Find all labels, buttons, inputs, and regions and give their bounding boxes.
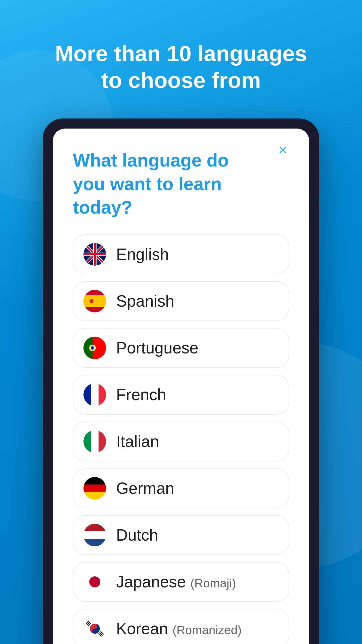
svg-rect-36: [83, 539, 106, 546]
language-name-japanese: Japanese (Romaji): [116, 573, 236, 591]
language-item-spanish[interactable]: Spanish: [73, 281, 289, 321]
flag-german: [83, 477, 106, 500]
headline-line2: to choose from: [101, 68, 261, 93]
language-name-english: English: [116, 245, 169, 264]
svg-rect-12: [83, 295, 106, 307]
svg-rect-9: [83, 253, 106, 255]
language-name-korean: Korean (Romanized): [116, 619, 242, 638]
language-name-french: French: [116, 385, 166, 404]
svg-rect-34: [83, 524, 106, 531]
flag-spanish: [83, 290, 106, 312]
svg-rect-35: [83, 531, 106, 539]
language-item-japanese[interactable]: Japanese (Romaji): [73, 562, 289, 602]
language-name-dutch: Dutch: [116, 526, 158, 544]
svg-rect-14: [90, 299, 93, 303]
modal-title: What language do you want to learn today…: [73, 149, 289, 219]
flag-portuguese: [83, 337, 106, 359]
svg-rect-23: [91, 383, 99, 406]
language-name-spanish: Spanish: [116, 292, 174, 310]
svg-rect-31: [83, 485, 106, 492]
svg-rect-30: [83, 477, 106, 485]
svg-rect-24: [99, 383, 106, 406]
flag-japanese: [83, 571, 106, 593]
language-item-dutch[interactable]: Dutch: [73, 515, 289, 555]
language-item-korean[interactable]: Korean (Romanized): [73, 609, 289, 644]
close-button[interactable]: ×: [274, 141, 292, 159]
svg-rect-27: [91, 430, 99, 453]
flag-korean: [83, 617, 106, 640]
svg-rect-32: [83, 492, 106, 500]
language-item-portuguese[interactable]: Portuguese: [73, 328, 289, 368]
flag-french: [83, 383, 106, 406]
svg-point-39: [89, 576, 100, 587]
svg-rect-22: [83, 383, 91, 406]
svg-rect-28: [99, 430, 106, 453]
language-name-german: German: [116, 479, 174, 498]
language-list: English: [73, 234, 289, 644]
device-frame: × What language do you want to learn tod…: [43, 118, 319, 644]
flag-english: [83, 243, 106, 266]
language-item-italian[interactable]: Italian: [73, 422, 289, 461]
headline: More than 10 languages to choose from: [30, 40, 332, 93]
flag-italian: [83, 430, 106, 453]
device-screen: × What language do you want to learn tod…: [53, 129, 309, 644]
headline-line1: More than 10 languages: [55, 41, 307, 66]
language-item-french[interactable]: French: [73, 375, 289, 415]
flag-dutch: [83, 524, 106, 546]
language-item-german[interactable]: German: [73, 468, 289, 508]
language-name-portuguese: Portuguese: [116, 339, 198, 357]
svg-point-20: [91, 346, 94, 350]
language-name-italian: Italian: [116, 432, 159, 451]
language-item-english[interactable]: English: [73, 234, 289, 274]
svg-rect-26: [83, 430, 91, 453]
modal-container: × What language do you want to learn tod…: [53, 129, 309, 644]
